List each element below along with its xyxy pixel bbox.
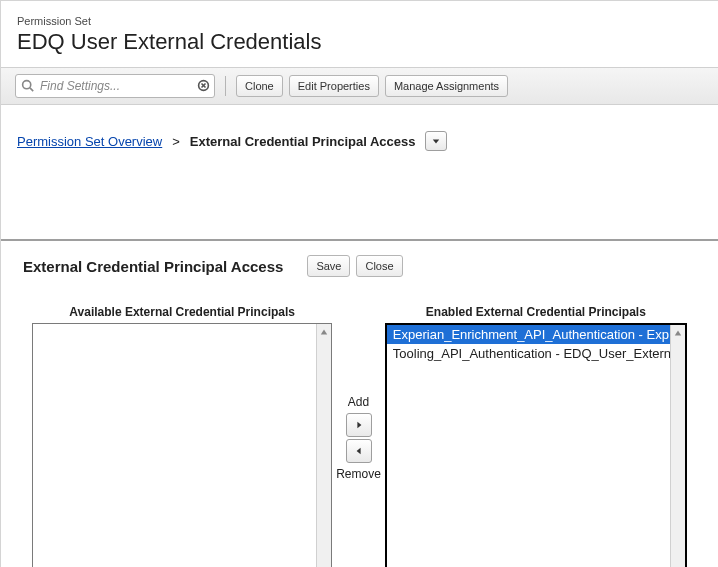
breadcrumb-root-link[interactable]: Permission Set Overview: [17, 134, 162, 149]
enabled-listbox[interactable]: Experian_Enrichment_API_Authentication -…: [385, 323, 687, 567]
svg-marker-9: [675, 330, 681, 335]
search-input[interactable]: [15, 74, 215, 98]
panel-title: External Credential Principal Access: [23, 258, 283, 275]
dual-list: Available External Credential Principals…: [1, 287, 718, 567]
search-icon: [21, 79, 34, 92]
svg-marker-8: [356, 448, 360, 454]
svg-line-1: [30, 88, 33, 91]
enabled-label: Enabled External Credential Principals: [426, 305, 646, 319]
breadcrumb-dropdown-button[interactable]: [425, 131, 447, 151]
edit-properties-button[interactable]: Edit Properties: [289, 75, 379, 97]
page-title: EDQ User External Credentials: [17, 29, 702, 55]
svg-marker-5: [433, 139, 439, 143]
toolbar-divider: [225, 76, 226, 96]
scrollbar[interactable]: [316, 324, 331, 567]
list-item[interactable]: Experian_Enrichment_API_Authentication -…: [387, 325, 685, 344]
scroll-up-icon: [317, 324, 331, 339]
remove-button[interactable]: [346, 439, 372, 463]
breadcrumb-current: External Credential Principal Access: [190, 134, 416, 149]
search-wrap: [15, 74, 215, 98]
breadcrumb: Permission Set Overview > External Crede…: [1, 105, 718, 161]
scrollbar[interactable]: [670, 325, 685, 567]
breadcrumb-separator: >: [172, 134, 180, 149]
remove-label: Remove: [336, 467, 381, 481]
scroll-up-icon: [671, 325, 685, 340]
header-supertitle: Permission Set: [17, 15, 702, 27]
toolbar: Clone Edit Properties Manage Assignments: [1, 67, 718, 105]
add-label: Add: [348, 395, 369, 409]
svg-marker-6: [321, 329, 327, 334]
add-button[interactable]: [346, 413, 372, 437]
available-listbox[interactable]: [32, 323, 332, 567]
svg-point-0: [23, 81, 31, 89]
save-button[interactable]: Save: [307, 255, 350, 277]
close-button[interactable]: Close: [356, 255, 402, 277]
clear-icon[interactable]: [197, 79, 210, 92]
svg-marker-7: [357, 422, 361, 428]
manage-assignments-button[interactable]: Manage Assignments: [385, 75, 508, 97]
panel: External Credential Principal Access Sav…: [1, 239, 718, 567]
available-label: Available External Credential Principals: [69, 305, 295, 319]
clone-button[interactable]: Clone: [236, 75, 283, 97]
list-item[interactable]: Tooling_API_Authentication - EDQ_User_Ex…: [387, 344, 685, 363]
